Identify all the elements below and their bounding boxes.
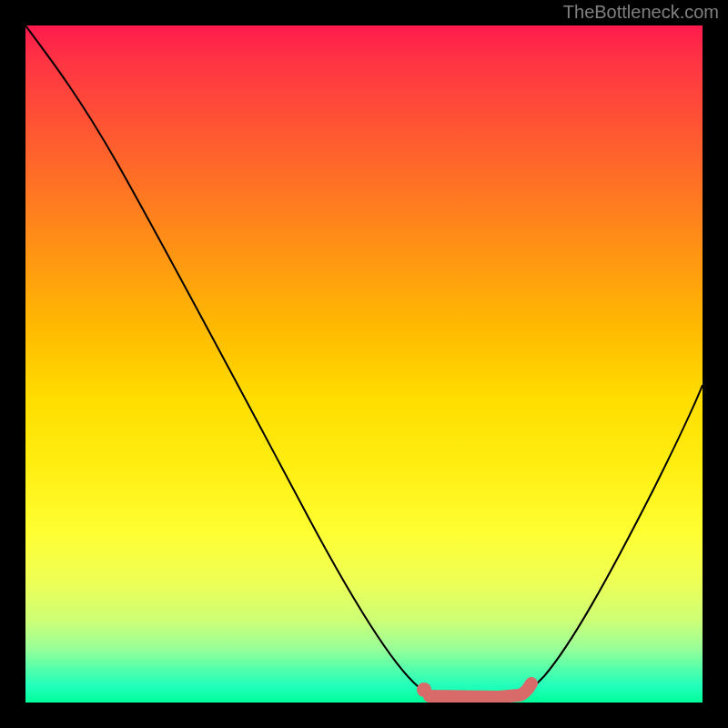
optimal-range-marker	[430, 683, 531, 697]
watermark-text: TheBottleneck.com	[563, 2, 719, 23]
chart-svg	[25, 25, 703, 703]
bottleneck-curve	[25, 25, 703, 701]
plot-area	[25, 25, 703, 703]
chart-container: TheBottleneck.com	[0, 0, 728, 728]
